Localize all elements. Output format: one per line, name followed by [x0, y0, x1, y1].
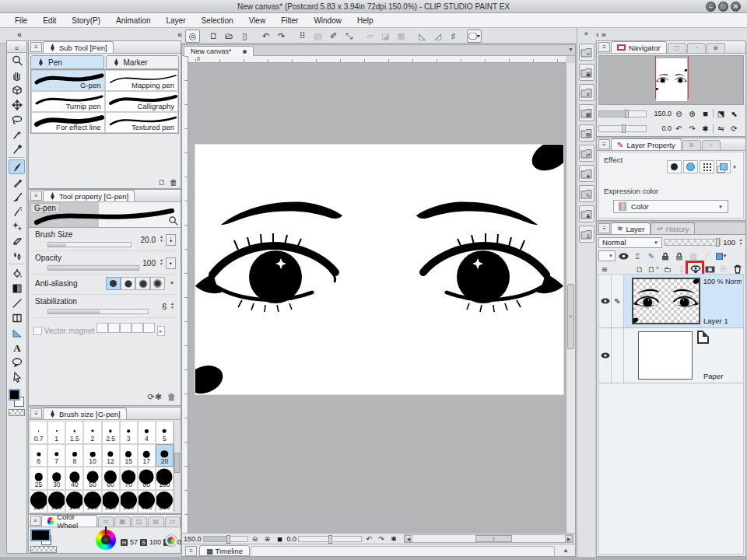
brush-size-menu-icon[interactable]: ≡: [30, 408, 42, 418]
brush-size-4[interactable]: 4: [138, 421, 156, 444]
brush-size-2.5[interactable]: 2.5: [102, 421, 120, 444]
material-arrows-folder-icon[interactable]: ⇄: [579, 145, 594, 162]
status-rotate-ccw-icon[interactable]: ↶: [363, 534, 374, 544]
brush-size-500[interactable]: 500: [156, 490, 174, 513]
lock-layer-icon[interactable]: [659, 250, 672, 261]
menu-layer[interactable]: Layer: [160, 15, 193, 26]
clip-logo-icon[interactable]: ◎: [185, 30, 200, 43]
screen-settings-icon[interactable]: 🖵▾: [467, 30, 482, 43]
opacity-option-button[interactable]: ▪: [166, 257, 176, 269]
help-icon[interactable]: [482, 30, 497, 43]
clear-selection-icon[interactable]: ✐: [326, 30, 341, 43]
tab-color-slider-icon[interactable]: ≔: [98, 516, 114, 527]
open-file-icon[interactable]: 🗁: [222, 30, 237, 43]
move-tool[interactable]: [9, 97, 25, 112]
vector-magnet-option-3[interactable]: [120, 323, 132, 333]
delete-layer-icon[interactable]: [731, 264, 744, 275]
menu-animation[interactable]: Animation: [109, 15, 157, 26]
cw-main-color-swatch[interactable]: [30, 529, 51, 541]
tab-layer[interactable]: ≋ Layer: [611, 222, 651, 234]
navigator-zoom-slider[interactable]: [598, 110, 647, 117]
lock-transparent-pixels-icon[interactable]: [673, 250, 686, 261]
navigator-reset-icon[interactable]: ✱: [700, 124, 711, 134]
register-tool-settings-icon[interactable]: 🗑: [167, 392, 176, 402]
sub-tool-menu-icon[interactable]: ≡: [30, 42, 42, 52]
vector-magnet-checkbox[interactable]: [33, 327, 42, 335]
brush-size-slider[interactable]: [47, 242, 132, 247]
create-subtool-icon[interactable]: 🗋: [158, 178, 166, 187]
material-monochrome-folder-icon[interactable]: ✕: [579, 84, 594, 101]
navigator-zoom-in-icon[interactable]: ⊕: [686, 109, 698, 119]
vector-magnet-option-2[interactable]: [108, 323, 120, 333]
magnifier-icon[interactable]: [168, 215, 178, 226]
menu-file[interactable]: File: [8, 15, 34, 26]
menu-selection[interactable]: Selection: [195, 15, 240, 26]
material-pose-folder-icon[interactable]: ♙: [579, 226, 594, 243]
brush-size-25[interactable]: 25: [30, 467, 47, 490]
status-rotation-slider[interactable]: [298, 536, 362, 542]
menu-edit[interactable]: Edit: [36, 15, 63, 26]
zoom-tool[interactable]: [9, 53, 25, 68]
vector-magnet-option-5[interactable]: [143, 323, 155, 333]
deselect-icon[interactable]: ⠿: [295, 30, 310, 43]
brush-size-40[interactable]: 40: [65, 467, 83, 490]
brush-size-150[interactable]: 150: [47, 490, 65, 513]
stabilization-spinner[interactable]: ▲▼: [169, 302, 176, 313]
undo-icon[interactable]: ↶: [258, 30, 273, 43]
fill-tool[interactable]: [9, 266, 25, 281]
menu-window[interactable]: Window: [307, 15, 349, 26]
brush-size-spinner[interactable]: ▲▼: [158, 235, 165, 246]
brush-size-value[interactable]: 20.0: [129, 236, 156, 244]
layer-property-menu-icon[interactable]: ≡: [598, 139, 610, 149]
brush-size-6[interactable]: 6: [30, 444, 47, 467]
brush-size-10[interactable]: 10: [83, 444, 101, 467]
cw-transparent-swatch[interactable]: [30, 546, 57, 553]
brush-size-60[interactable]: 60: [102, 467, 120, 490]
collapse-subtool-icon[interactable]: «: [177, 30, 182, 39]
brush-size-1[interactable]: 1: [47, 421, 65, 444]
opacity-slider[interactable]: [47, 265, 139, 271]
paper-thumbnail[interactable]: [638, 331, 693, 380]
ruler-tool[interactable]: [9, 325, 25, 340]
auto-select-tool[interactable]: [9, 127, 25, 142]
paper-visibility-icon[interactable]: [599, 328, 612, 383]
color-mode-toggle-icon[interactable]: [166, 535, 177, 546]
clip-combo-icon[interactable]: ▼: [598, 250, 615, 261]
snap-ruler-icon[interactable]: ◺: [415, 30, 430, 43]
document-tab[interactable]: New canvas*: [184, 46, 254, 56]
timeline-menu-icon[interactable]: ≡: [185, 546, 197, 556]
brush-size-250[interactable]: 250: [102, 490, 120, 513]
brush-size-300[interactable]: 300: [120, 490, 138, 513]
balloon-tool[interactable]: [9, 355, 25, 369]
crop-icon[interactable]: ▱: [363, 30, 377, 43]
subtool-item-turnip-pen[interactable]: Turnip pen: [31, 91, 105, 112]
tab-animation-icon[interactable]: ≋: [682, 140, 701, 150]
close-button[interactable]: ✕: [731, 2, 741, 12]
new-raster-layer-icon[interactable]: 🗋: [633, 264, 646, 275]
pen-tool[interactable]: [9, 159, 25, 174]
subtool-item-for-effect-line[interactable]: For effect line: [31, 112, 105, 133]
eraser-tool[interactable]: [9, 233, 25, 248]
figure-tool[interactable]: [9, 296, 25, 310]
material-image-folder-icon[interactable]: ▣: [579, 64, 594, 81]
selection-lasso-tool[interactable]: [9, 112, 25, 127]
navigator-rotation-slider[interactable]: [598, 125, 647, 132]
reset-tool-settings-icon[interactable]: ⟳✱: [148, 392, 162, 402]
navigator-expand-icon[interactable]: ⬔: [715, 109, 727, 119]
brush-size-170[interactable]: 170: [65, 490, 83, 513]
redo-icon[interactable]: ↷: [274, 30, 289, 43]
navigator-flip-horizontal-icon[interactable]: ⇋: [715, 124, 727, 134]
navigator-rotate-ccw-icon[interactable]: ↶: [673, 124, 685, 134]
anti-aliasing-none-button[interactable]: [106, 277, 121, 290]
brush-size-100[interactable]: 100: [156, 467, 174, 490]
transparent-color-swatch[interactable]: [9, 409, 25, 416]
tab-information-icon[interactable]: ◉: [707, 43, 725, 53]
minimize-button[interactable]: –: [706, 2, 716, 12]
tab-color-set-icon[interactable]: ▦: [114, 516, 130, 527]
select-again-icon[interactable]: ▧: [310, 30, 325, 43]
snap-grid-icon[interactable]: ♯: [446, 30, 461, 43]
vector-magnet-expand-icon[interactable]: ▸: [157, 326, 165, 336]
reference-layer-icon[interactable]: ⑄: [631, 250, 644, 261]
vector-magnet-option-4[interactable]: [132, 323, 143, 333]
tab-subview-icon[interactable]: ▢: [668, 43, 686, 53]
